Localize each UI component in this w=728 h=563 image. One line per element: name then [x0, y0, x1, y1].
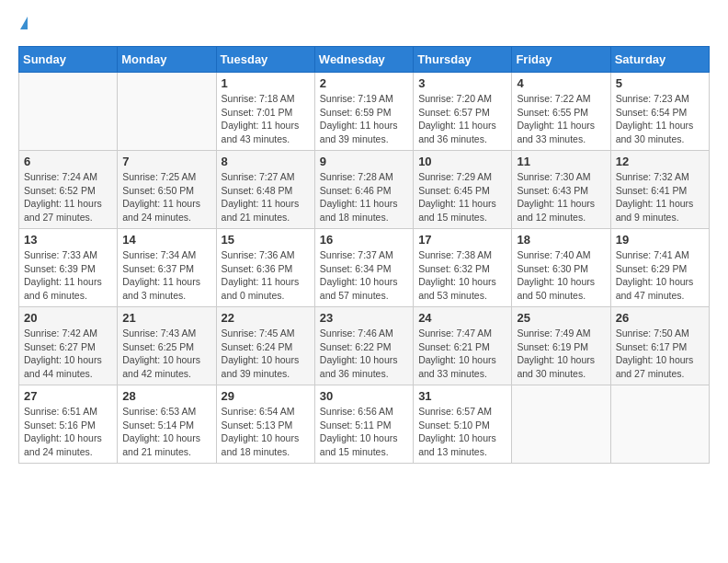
sunset-label: Sunset:	[222, 419, 255, 431]
daylight-label: Daylight:	[616, 198, 654, 209]
sunrise-label: Sunrise:	[517, 249, 552, 260]
calendar-week-row: 6 Sunrise: 7:24 AM Sunset: 6:52 PM Dayli…	[19, 151, 710, 229]
calendar-cell: 25 Sunrise: 7:49 AM Sunset: 6:19 PM Dayl…	[512, 307, 610, 385]
sunset-label: Sunset:	[418, 263, 451, 274]
calendar-cell: 2 Sunrise: 7:19 AM Sunset: 6:59 PM Dayli…	[314, 73, 413, 151]
sunrise-label: Sunrise:	[616, 93, 652, 104]
day-info: Sunrise: 7:47 AM Sunset: 6:21 PM Dayligh…	[418, 327, 506, 381]
sunrise-label: Sunrise:	[418, 93, 454, 104]
sunrise-label: Sunrise:	[517, 171, 552, 182]
calendar-cell: 3 Sunrise: 7:20 AM Sunset: 6:57 PM Dayli…	[414, 73, 512, 151]
daylight-label: Daylight:	[616, 120, 654, 131]
daylight-label: Daylight:	[517, 120, 554, 131]
sunrise-label: Sunrise:	[222, 327, 257, 339]
day-info: Sunrise: 7:19 AM Sunset: 6:59 PM Dayligh…	[320, 92, 408, 146]
weekday-header: Friday	[512, 47, 610, 73]
day-number: 15	[222, 233, 310, 247]
sunrise-label: Sunrise:	[616, 171, 652, 182]
day-info: Sunrise: 7:23 AM Sunset: 6:54 PM Dayligh…	[616, 92, 704, 146]
day-info: Sunrise: 7:38 AM Sunset: 6:32 PM Dayligh…	[418, 248, 506, 303]
sunset-label: Sunset:	[517, 107, 550, 118]
daylight-label: Daylight:	[122, 432, 160, 443]
calendar-cell: 26 Sunrise: 7:50 AM Sunset: 6:17 PM Dayl…	[610, 307, 709, 385]
daylight-label: Daylight:	[122, 198, 160, 209]
daylight-label: Daylight:	[517, 276, 554, 287]
day-number: 5	[616, 76, 704, 90]
sunset-label: Sunset:	[320, 107, 353, 118]
day-number: 13	[24, 233, 112, 247]
calendar-cell: 8 Sunrise: 7:27 AM Sunset: 6:48 PM Dayli…	[216, 151, 314, 229]
day-number: 20	[24, 311, 112, 325]
calendar-cell: 30 Sunrise: 6:56 AM Sunset: 5:11 PM Dayl…	[314, 385, 413, 464]
sunset-label: Sunset:	[517, 263, 550, 274]
sunrise-label: Sunrise:	[122, 406, 158, 417]
daylight-label: Daylight:	[418, 354, 456, 365]
sunrise-label: Sunrise:	[122, 171, 158, 182]
daylight-label: Daylight:	[517, 354, 554, 365]
sunset-label: Sunset:	[320, 263, 353, 274]
day-number: 4	[517, 76, 605, 90]
page-header	[18, 18, 710, 31]
day-number: 14	[122, 233, 210, 247]
sunset-label: Sunset:	[222, 107, 255, 118]
daylight-label: Daylight:	[24, 354, 62, 365]
daylight-label: Daylight:	[616, 354, 654, 365]
sunrise-label: Sunrise:	[418, 249, 454, 260]
calendar-cell: 19 Sunrise: 7:41 AM Sunset: 6:29 PM Dayl…	[610, 229, 709, 307]
sunrise-label: Sunrise:	[418, 406, 454, 417]
calendar-cell	[512, 385, 610, 464]
daylight-label: Daylight:	[24, 276, 62, 287]
calendar-cell	[118, 73, 216, 151]
day-number: 19	[616, 233, 704, 247]
calendar-cell: 29 Sunrise: 6:54 AM Sunset: 5:13 PM Dayl…	[216, 385, 314, 464]
sunrise-label: Sunrise:	[24, 406, 60, 417]
sunset-label: Sunset:	[122, 185, 155, 196]
calendar-cell: 12 Sunrise: 7:32 AM Sunset: 6:41 PM Dayl…	[610, 151, 709, 229]
day-number: 29	[222, 389, 310, 403]
calendar-cell	[610, 385, 709, 464]
sunset-label: Sunset:	[222, 185, 255, 196]
day-number: 27	[24, 389, 112, 403]
sunset-label: Sunset:	[418, 107, 451, 118]
calendar-cell: 15 Sunrise: 7:36 AM Sunset: 6:36 PM Dayl…	[216, 229, 314, 307]
sunset-label: Sunset:	[24, 185, 57, 196]
day-info: Sunrise: 7:50 AM Sunset: 6:17 PM Dayligh…	[616, 327, 704, 381]
daylight-label: Daylight:	[320, 432, 358, 443]
calendar-cell: 22 Sunrise: 7:45 AM Sunset: 6:24 PM Dayl…	[216, 307, 314, 385]
day-info: Sunrise: 6:57 AM Sunset: 5:10 PM Dayligh…	[418, 405, 506, 459]
weekday-header: Sunday	[19, 47, 118, 73]
calendar-body: 1 Sunrise: 7:18 AM Sunset: 7:01 PM Dayli…	[19, 73, 710, 464]
day-info: Sunrise: 7:41 AM Sunset: 6:29 PM Dayligh…	[616, 248, 704, 303]
sunset-label: Sunset:	[418, 341, 451, 352]
calendar-week-row: 20 Sunrise: 7:42 AM Sunset: 6:27 PM Dayl…	[19, 307, 710, 385]
calendar-cell: 18 Sunrise: 7:40 AM Sunset: 6:30 PM Dayl…	[512, 229, 610, 307]
day-info: Sunrise: 7:45 AM Sunset: 6:24 PM Dayligh…	[222, 327, 310, 381]
calendar-week-row: 13 Sunrise: 7:33 AM Sunset: 6:39 PM Dayl…	[19, 229, 710, 307]
day-info: Sunrise: 6:51 AM Sunset: 5:16 PM Dayligh…	[24, 405, 112, 459]
day-number: 28	[122, 389, 210, 403]
day-number: 30	[320, 389, 408, 403]
calendar-cell: 5 Sunrise: 7:23 AM Sunset: 6:54 PM Dayli…	[610, 73, 709, 151]
calendar-cell: 16 Sunrise: 7:37 AM Sunset: 6:34 PM Dayl…	[314, 229, 413, 307]
daylight-label: Daylight:	[24, 432, 62, 443]
sunrise-label: Sunrise:	[24, 327, 60, 339]
day-number: 26	[616, 311, 704, 325]
calendar-cell: 17 Sunrise: 7:38 AM Sunset: 6:32 PM Dayl…	[414, 229, 512, 307]
day-info: Sunrise: 7:40 AM Sunset: 6:30 PM Dayligh…	[517, 248, 605, 303]
daylight-label: Daylight:	[418, 276, 456, 287]
sunrise-label: Sunrise:	[320, 406, 356, 417]
sunrise-label: Sunrise:	[320, 249, 356, 260]
day-info: Sunrise: 7:24 AM Sunset: 6:52 PM Dayligh…	[24, 170, 112, 224]
calendar-cell: 14 Sunrise: 7:34 AM Sunset: 6:37 PM Dayl…	[118, 229, 216, 307]
day-info: Sunrise: 7:36 AM Sunset: 6:36 PM Dayligh…	[222, 248, 310, 303]
day-number: 2	[320, 76, 408, 90]
sunrise-label: Sunrise:	[122, 327, 158, 339]
day-number: 8	[222, 155, 310, 168]
sunset-label: Sunset:	[222, 341, 255, 352]
calendar-cell: 7 Sunrise: 7:25 AM Sunset: 6:50 PM Dayli…	[118, 151, 216, 229]
weekday-header: Tuesday	[216, 47, 314, 73]
sunset-label: Sunset:	[122, 263, 155, 274]
sunset-label: Sunset:	[517, 185, 550, 196]
day-number: 9	[320, 155, 408, 168]
calendar-cell: 31 Sunrise: 6:57 AM Sunset: 5:10 PM Dayl…	[414, 385, 512, 464]
